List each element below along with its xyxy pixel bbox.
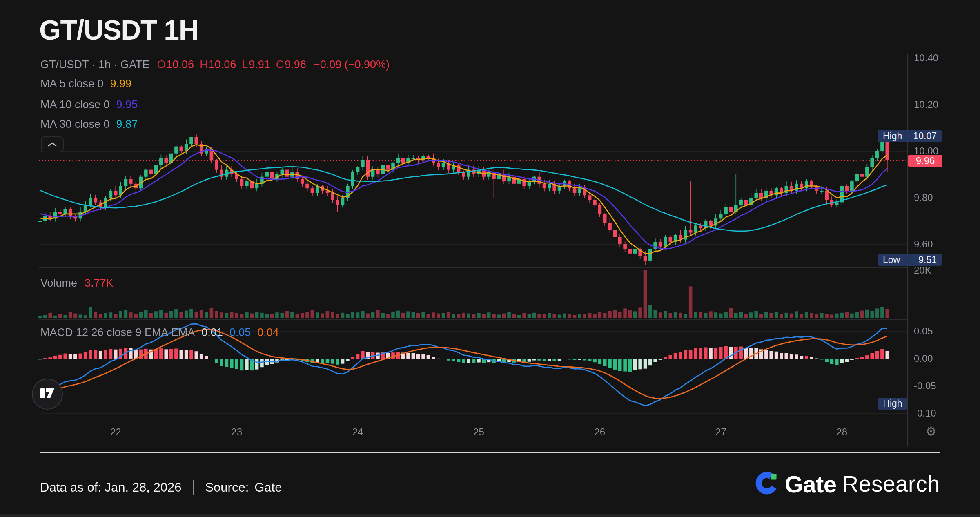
high-label: H — [200, 58, 208, 71]
ma10-value: 9.95 — [116, 98, 138, 111]
range-low-badge: Low 9.51 — [878, 254, 942, 266]
ma5-legend-row: MA 5 close 0 9.99 — [40, 78, 131, 90]
open-value: 10.06 — [167, 58, 194, 71]
ma5-label: MA 5 close 0 — [40, 78, 104, 90]
macd-line-value: 0.05 — [229, 326, 251, 339]
range-low-label: Low — [883, 254, 900, 265]
macd-hist-value: 0.01 — [201, 326, 223, 339]
macd-high-badge: High — [878, 398, 907, 410]
range-low-value: 9.51 — [918, 254, 937, 265]
ma30-value: 9.87 — [116, 118, 138, 131]
time-axis-label: 25 — [473, 426, 484, 438]
tradingview-watermark[interactable] — [32, 379, 63, 410]
ma30-label: MA 30 close 0 — [40, 118, 110, 131]
macd-axis-label: -0.10 — [914, 408, 936, 419]
time-axis-label: 23 — [231, 426, 242, 438]
footer-separator-bar — [193, 480, 194, 495]
close-value: 9.96 — [285, 58, 306, 71]
source-label: Source: — [205, 480, 249, 495]
gate-research-logo: Gate Research — [755, 469, 940, 499]
price-chart-canvas[interactable] — [0, 0, 980, 517]
low-value: 9.91 — [249, 58, 270, 71]
source-value: Gate — [254, 480, 282, 495]
price-axis-label: 10.00 — [914, 145, 938, 157]
range-high-value: 10.07 — [913, 131, 937, 142]
price-axis-label: 9.60 — [914, 238, 933, 250]
volume-label: Volume — [40, 277, 77, 290]
volume-legend-row: Volume 3.77K — [40, 277, 114, 290]
high-value: 10.06 — [209, 58, 236, 71]
ma10-label: MA 10 close 0 — [40, 98, 110, 111]
brand-suffix: Research — [842, 471, 940, 497]
price-axis-label: 10.20 — [914, 99, 938, 110]
time-axis-settings-gear-icon[interactable]: ⚙ — [925, 424, 937, 439]
macd-signal-value: 0.04 — [257, 326, 279, 339]
footer-caption: Data as of: Jan. 28, 2026 Source: Gate — [40, 478, 282, 497]
symbol-legend: GT/USDT · 1h · GATE O10.06 H10.06 L9.91 … — [40, 58, 390, 71]
macd-axis-label: 0.05 — [914, 325, 933, 337]
window-bottom-edge — [0, 514, 980, 517]
macd-legend-row: MACD 12 26 close 9 EMA EMA 0.01 0.05 0.0… — [40, 326, 279, 339]
macd-axis-label: -0.05 — [914, 380, 936, 392]
open-label: O — [157, 58, 166, 71]
volume-value: 3.77K — [85, 277, 114, 290]
time-axis-label: 27 — [715, 426, 726, 438]
price-axis-label: 9.80 — [914, 192, 933, 203]
time-axis-label: 24 — [352, 426, 363, 438]
range-high-badge: High 10.07 — [878, 130, 942, 142]
time-axis-label: 22 — [110, 426, 121, 438]
collapse-indicators-button[interactable] — [41, 136, 64, 152]
time-axis-label: 26 — [594, 426, 605, 438]
symbol-interval-exchange: GT/USDT · 1h · GATE — [40, 58, 150, 71]
ohlc-values: O10.06 H10.06 L9.91 C9.96 — [157, 58, 306, 71]
tradingview-logo-icon — [40, 388, 55, 401]
ma30-legend-row: MA 30 close 0 9.87 — [40, 118, 138, 131]
brand-name: Gate — [785, 470, 837, 498]
data-as-of-text: Data as of: Jan. 28, 2026 — [40, 480, 181, 495]
volume-axis-label: 20K — [914, 265, 931, 276]
macd-high-label: High — [883, 398, 902, 409]
time-axis-label: 28 — [836, 426, 847, 438]
last-price-value: 9.96 — [916, 155, 935, 167]
change-value: −0.09 (−0.90%) — [314, 58, 390, 71]
close-label: C — [276, 58, 284, 71]
app-window: GT/USDT 1H GT/USDT · 1h · GATE O10.06 H1… — [0, 0, 980, 517]
low-label: L — [242, 58, 248, 71]
page-title: GT/USDT 1H — [39, 14, 198, 46]
macd-axis-label: 0.00 — [914, 353, 933, 364]
price-axis-label: 10.40 — [914, 52, 938, 64]
chevron-up-icon — [48, 141, 57, 148]
macd-label: MACD 12 26 close 9 EMA EMA — [40, 326, 195, 339]
ma10-legend-row: MA 10 close 0 9.95 — [40, 98, 138, 111]
ma5-value: 9.99 — [110, 78, 132, 90]
footer-divider-line — [40, 452, 940, 453]
range-high-label: High — [883, 131, 902, 142]
gate-logo-icon — [755, 471, 779, 497]
